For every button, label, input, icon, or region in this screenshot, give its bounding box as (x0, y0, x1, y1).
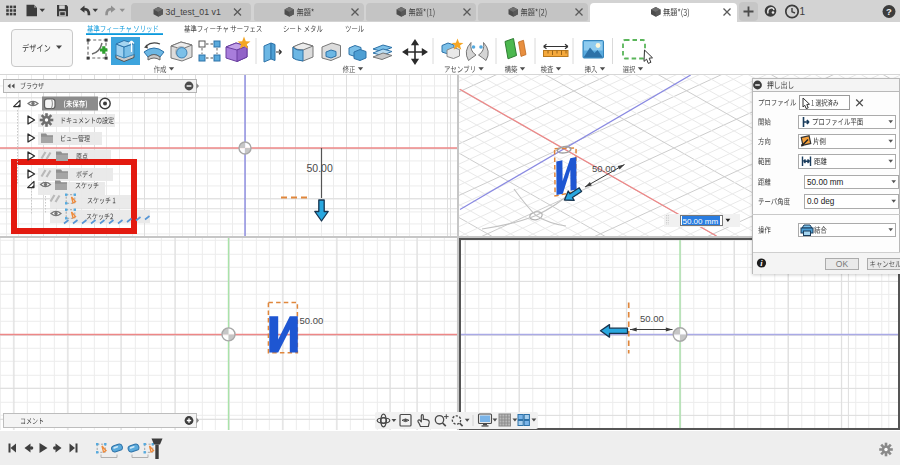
svg-text:50.00: 50.00 (307, 162, 333, 174)
svg-text:50.00 mm: 50.00 mm (807, 178, 844, 187)
svg-text:0.0 deg: 0.0 deg (807, 197, 835, 206)
svg-text:1: 1 (800, 6, 806, 17)
svg-text:3d_test_01 v1: 3d_test_01 v1 (166, 7, 221, 17)
svg-text:50.00: 50.00 (592, 163, 616, 174)
svg-text:?: ? (886, 6, 892, 17)
svg-text:50.00 mm: 50.00 mm (683, 217, 719, 226)
svg-text:OK: OK (836, 259, 849, 269)
svg-text:50.00: 50.00 (300, 315, 324, 326)
svg-text:50.00: 50.00 (640, 313, 664, 324)
